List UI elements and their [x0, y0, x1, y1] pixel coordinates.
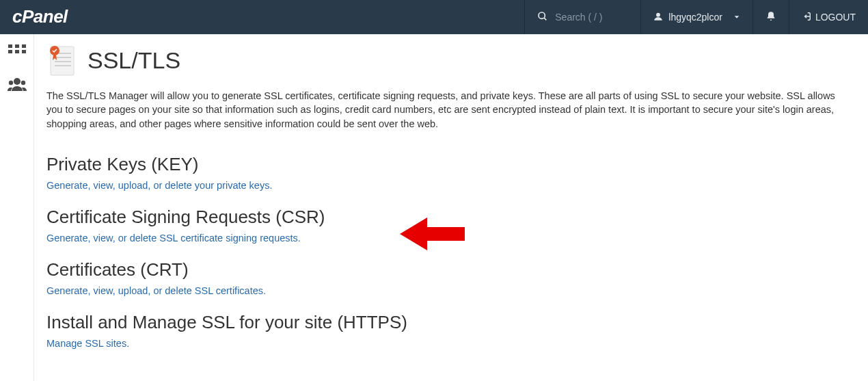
section-private-keys: Private Keys (KEY) Generate, view, uploa… — [46, 154, 852, 192]
navbar-right: lhgyqc2plcor LOGOUT — [524, 0, 868, 34]
left-sidebar — [0, 34, 34, 381]
page-header: SSL/TLS — [46, 44, 852, 77]
svg-point-1 — [539, 12, 545, 18]
search-icon — [537, 11, 548, 24]
section-crt: Certificates (CRT) Generate, view, uploa… — [46, 259, 852, 297]
section-heading-crt: Certificates (CRT) — [46, 259, 852, 280]
grid-icon — [8, 44, 26, 61]
ssl-page-icon — [46, 44, 77, 77]
svg-rect-7 — [8, 50, 12, 53]
search-input[interactable] — [555, 12, 623, 23]
svg-point-11 — [8, 81, 12, 85]
svg-text:cPanel: cPanel — [12, 8, 68, 27]
logout-icon — [802, 12, 811, 23]
section-csr: Certificate Signing Requests (CSR) Gener… — [46, 207, 852, 244]
link-manage-ssl[interactable]: Manage SSL sites. — [46, 338, 129, 349]
navbar-left: cPanel — [0, 8, 524, 27]
svg-line-2 — [544, 18, 546, 20]
link-crt[interactable]: Generate, view, upload, or delete SSL ce… — [46, 285, 266, 296]
section-heading-key: Private Keys (KEY) — [46, 154, 852, 175]
svg-rect-4 — [8, 44, 12, 48]
sidebar-users-button[interactable] — [5, 74, 29, 97]
link-csr[interactable]: Generate, view, or delete SSL certificat… — [46, 233, 301, 244]
bell-icon — [765, 11, 776, 24]
user-menu[interactable]: lhgyqc2plcor — [640, 0, 752, 34]
svg-rect-9 — [22, 50, 26, 53]
sidebar-apps-button[interactable] — [5, 41, 29, 64]
brand-logo[interactable]: cPanel — [12, 8, 87, 27]
logout-button[interactable]: LOGOUT — [789, 0, 868, 34]
logout-label: LOGOUT — [815, 12, 856, 23]
svg-point-3 — [656, 12, 660, 16]
svg-point-12 — [21, 81, 25, 85]
svg-rect-5 — [15, 44, 19, 48]
intro-paragraph: The SSL/TLS Manager will allow you to ge… — [46, 89, 852, 131]
user-icon — [653, 12, 663, 23]
main-content: SSL/TLS The SSL/TLS Manager will allow y… — [34, 34, 868, 381]
username-label: lhgyqc2plcor — [668, 12, 722, 23]
chevron-down-icon — [733, 12, 740, 23]
users-icon — [8, 77, 27, 94]
section-heading-install: Install and Manage SSL for your site (HT… — [46, 312, 852, 333]
top-navbar: cPanel lhgyqc2plcor — [0, 0, 868, 34]
svg-rect-6 — [22, 44, 26, 48]
section-install-ssl: Install and Manage SSL for your site (HT… — [46, 312, 852, 350]
page-layout: SSL/TLS The SSL/TLS Manager will allow y… — [0, 34, 868, 381]
search-container[interactable] — [524, 0, 640, 34]
notifications-button[interactable] — [752, 0, 789, 34]
svg-point-10 — [14, 78, 21, 85]
page-title: SSL/TLS — [87, 47, 180, 74]
section-heading-csr: Certificate Signing Requests (CSR) — [46, 207, 852, 228]
svg-rect-8 — [15, 50, 19, 53]
link-private-keys[interactable]: Generate, view, upload, or delete your p… — [46, 180, 272, 191]
